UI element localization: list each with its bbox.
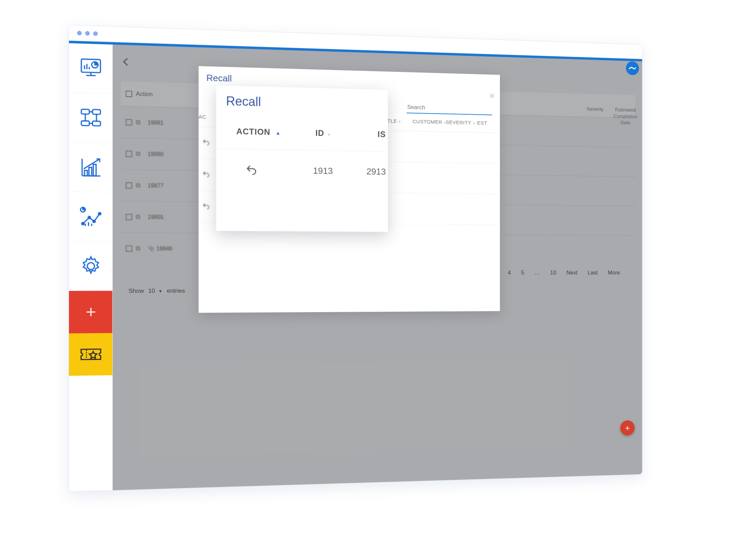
sort-ascending-icon[interactable]: ▲ [275,130,281,136]
plus-icon: + [625,423,630,433]
svg-point-17 [82,222,84,225]
window-dot[interactable] [77,31,82,35]
sidebar [69,43,113,492]
main-content: Action ⧉19881 ⧉19880 ⧉19877 ⧉19855 ⧉📎 19… [113,45,642,490]
svg-rect-10 [92,121,100,126]
svg-point-18 [88,216,91,219]
column-severity: Severity [582,105,608,125]
modal-title: Recall [216,85,388,117]
svg-point-24 [87,263,94,270]
row-is: 2913 [360,166,388,177]
column-id[interactable]: ID [315,128,324,138]
sidebar-item-settings[interactable] [69,241,112,291]
window-dot[interactable] [85,31,90,36]
sidebar-item-analytics[interactable] [69,192,112,242]
column-severity[interactable]: SEVERITY [446,119,471,126]
svg-rect-15 [93,164,96,176]
browser-window: Action ⧉19881 ⧉19880 ⧉19877 ⧉19855 ⧉📎 19… [69,25,642,492]
sidebar-ticket-button[interactable] [69,333,112,376]
sidebar-item-dashboard[interactable] [69,43,112,94]
sort-icon[interactable]: ♦ [473,121,475,125]
column-is[interactable]: IS [378,130,386,139]
svg-rect-9 [81,121,89,126]
svg-rect-14 [89,167,92,176]
bg-right-columns: Severity Estimated Completion Date [582,105,639,126]
search-input[interactable] [407,102,492,115]
modal-table-header: ACTION▲ ID♦ IS [216,114,388,151]
svg-rect-13 [84,170,87,176]
sidebar-item-trends[interactable] [69,142,112,192]
recall-modal-front: Recall ACTION▲ ID♦ IS 1913 2913 [216,85,388,232]
brand-badge [626,61,639,75]
svg-point-20 [98,212,101,215]
column-est[interactable]: EST [477,120,487,126]
sort-icon[interactable]: ♦ [328,132,331,137]
column-action[interactable]: ACTION [236,127,270,137]
row-id: 1913 [286,165,360,177]
close-icon[interactable]: ✕ [489,92,495,101]
svg-rect-8 [92,109,100,114]
column-action: AC [199,114,219,120]
column-customer[interactable]: CUSTOMER [413,119,442,125]
window-dot[interactable] [93,31,98,36]
svg-rect-7 [81,109,89,114]
sidebar-add-button[interactable] [69,291,112,333]
column-estimated-completion-date: Estimated Completion Date [612,106,638,126]
undo-icon[interactable] [216,164,286,176]
modal-row[interactable]: 1913 2913 [216,148,388,192]
sidebar-item-workflow[interactable] [69,93,112,143]
sort-icon[interactable]: ♦ [399,119,401,124]
svg-point-19 [93,220,95,223]
